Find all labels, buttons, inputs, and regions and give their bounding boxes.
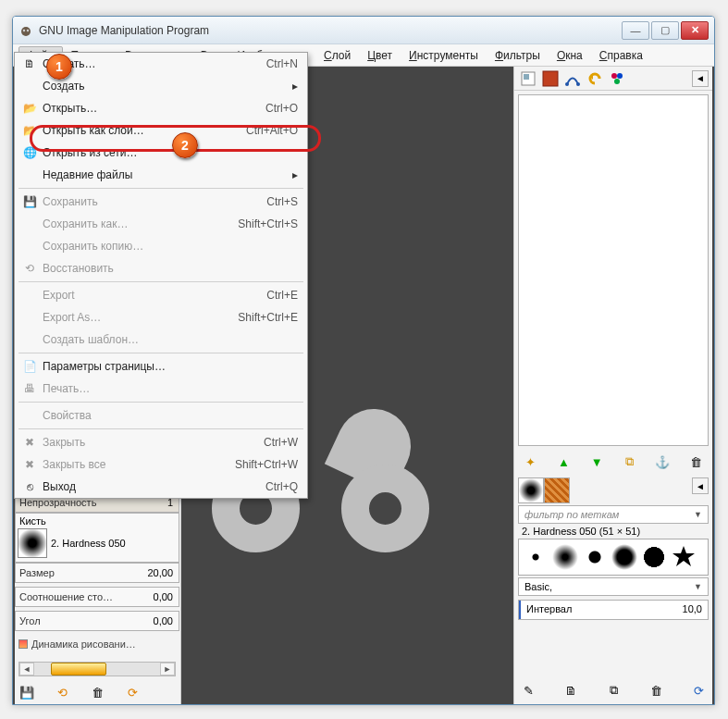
menu-separator [19, 281, 303, 282]
right-dock: ◄ ✦ ▲ ▼ ⧉ ⚓ 🗑 ◄ фильтр по меткам ▼ [513, 67, 712, 704]
brush-item[interactable] [582, 544, 608, 570]
menu-item-recent[interactable]: Недавние файлы ▸ [15, 164, 307, 186]
brush-item[interactable] [611, 544, 637, 570]
menu-separator [19, 428, 303, 429]
angle-label: Угол [16, 615, 134, 626]
svg-point-11 [617, 73, 623, 79]
refresh-brush-icon[interactable]: ⟳ [690, 682, 707, 699]
menu-separator [19, 188, 303, 189]
menu-item-revert[interactable]: ⟲ Восстановить [15, 257, 307, 279]
folder-icon: 📂 [20, 102, 39, 115]
scroll-thumb[interactable] [51, 663, 106, 676]
spacing-label: Интервал [519, 601, 663, 619]
spacing-row[interactable]: Интервал 10,0 [518, 600, 709, 620]
brush-item[interactable] [552, 544, 578, 570]
annotation-callout-2: 2 [172, 132, 200, 160]
del-brush-icon[interactable]: 🗑 [648, 682, 664, 699]
brushes-tab-icon[interactable] [518, 477, 544, 503]
menu-item-properties[interactable]: Свойства [15, 404, 307, 427]
titlebar[interactable]: GNU Image Manipulation Program — ▢ ✕ [13, 17, 714, 44]
menu-item-quit[interactable]: ⎋ Выход Ctrl+Q [15, 476, 307, 498]
exit-icon: ⎋ [20, 480, 39, 493]
svg-point-8 [565, 82, 569, 86]
delete-preset-icon[interactable]: 🗑 [89, 684, 105, 700]
menu-windows[interactable]: Окна [549, 46, 591, 65]
edit-brush-icon[interactable]: ✎ [520, 682, 537, 699]
scroll-left-button[interactable]: ◄ [19, 663, 34, 676]
layers-tab-icon[interactable] [518, 68, 538, 89]
submenu-arrow-icon: ▸ [290, 168, 298, 181]
close-icon: ✖ [20, 458, 39, 471]
brush-grid[interactable] [518, 539, 709, 576]
menu-tools[interactable]: Инструменты [401, 46, 487, 65]
paths-tab-icon[interactable] [562, 68, 583, 89]
menu-filters[interactable]: Фильтры [487, 46, 549, 65]
restore-preset-icon[interactable]: ⟲ [54, 684, 70, 700]
minimize-button[interactable]: — [622, 21, 649, 40]
aspect-value: 0,00 [134, 591, 179, 602]
maximize-button[interactable]: ▢ [651, 21, 679, 40]
channels-tab-icon[interactable] [540, 68, 561, 89]
menu-item-export[interactable]: Export Ctrl+E [15, 284, 307, 306]
brush-filter-placeholder: фильтр по меткам [524, 509, 619, 520]
menu-item-print[interactable]: 🖶 Печать… [15, 378, 307, 400]
layer-anchor-icon[interactable]: ⚓ [654, 453, 671, 470]
window-title: GNU Image Manipulation Program [39, 24, 622, 37]
brush-thumb-icon[interactable] [18, 528, 47, 558]
svg-point-12 [614, 79, 620, 84]
brush-item[interactable] [523, 544, 549, 570]
patterns-tab-icon[interactable] [544, 477, 570, 503]
horizontal-scrollbar[interactable]: ◄ ► [19, 662, 176, 676]
brush-item[interactable] [671, 544, 697, 570]
angle-row[interactable]: Угол 0,00 [15, 611, 179, 631]
brush-picker[interactable]: Кисть 2. Hardness 050 [15, 513, 179, 563]
right-dock-footer: ✎ 🗎 ⧉ 🗑 ⟳ [520, 682, 707, 699]
menu-item-export-as[interactable]: Export As… Shift+Ctrl+E [15, 306, 307, 329]
menu-item-open[interactable]: 📂 Открыть… Ctrl+O [15, 97, 307, 119]
close-button[interactable]: ✕ [681, 21, 709, 40]
layers-footer: ✦ ▲ ▼ ⧉ ⚓ 🗑 [514, 450, 712, 474]
print-icon: 🖶 [20, 382, 39, 395]
annotation-callout-1: 1 [46, 54, 74, 81]
menu-separator [19, 402, 303, 403]
layer-new-icon[interactable]: ✦ [523, 453, 539, 470]
layer-dup-icon[interactable]: ⧉ [622, 453, 638, 470]
menu-help[interactable]: Справка [591, 46, 651, 65]
menu-colors[interactable]: Цвет [359, 46, 401, 65]
layer-up-icon[interactable]: ▲ [555, 453, 572, 470]
brush-preset-select[interactable]: Basic, ▼ [518, 577, 709, 596]
brushes-dock: ◄ фильтр по меткам ▼ 2. Hardness 050 (51… [518, 477, 709, 620]
menu-item-close-all[interactable]: ✖ Закрыть все Shift+Ctrl+W [15, 453, 307, 476]
file-menu-dropdown: 🗎 Создать… Ctrl+N Создать ▸ 📂 Открыть… C… [14, 52, 308, 499]
layers-panel[interactable] [518, 94, 709, 446]
dynamics-label: Динамика рисовани… [31, 638, 136, 650]
svg-rect-6 [524, 74, 529, 80]
menu-item-create-template[interactable]: Создать шаблон… [15, 329, 307, 351]
brush-item[interactable] [641, 544, 667, 570]
layer-down-icon[interactable]: ▼ [588, 453, 605, 470]
save-preset-icon[interactable]: 💾 [19, 684, 35, 700]
submenu-arrow-icon: ▸ [290, 80, 298, 93]
menu-item-save-copy[interactable]: Сохранить копию… [15, 235, 307, 257]
menu-layer[interactable]: Слой [315, 46, 359, 65]
history-tab-icon[interactable] [607, 68, 627, 89]
undo-tab-icon[interactable] [585, 68, 605, 89]
dynamics-row[interactable]: Динамика рисовани… [15, 635, 179, 653]
brush-filter-input[interactable]: фильтр по меткам ▼ [518, 505, 709, 524]
menu-item-page-setup[interactable]: 📄 Параметры страницы… [15, 355, 307, 378]
scroll-right-button[interactable]: ► [160, 663, 175, 676]
aspect-row[interactable]: Соотношение сто… 0,00 [15, 587, 179, 607]
brush-tab-menu-button[interactable]: ◄ [692, 477, 709, 494]
menu-item-save[interactable]: 💾 Сохранить Ctrl+S [15, 191, 307, 213]
chevron-down-icon: ▼ [694, 510, 702, 519]
dynamics-swatch-icon [19, 639, 28, 649]
new-brush-icon[interactable]: 🗎 [562, 682, 579, 699]
reset-preset-icon[interactable]: ⟳ [124, 684, 141, 700]
aspect-label: Соотношение сто… [16, 591, 134, 602]
size-row[interactable]: Размер 20,00 [15, 563, 179, 583]
dup-brush-icon[interactable]: ⧉ [605, 682, 622, 699]
menu-item-save-as[interactable]: Сохранить как… Shift+Ctrl+S [15, 213, 307, 235]
layer-delete-icon[interactable]: 🗑 [687, 453, 704, 470]
menu-item-close[interactable]: ✖ Закрыть Ctrl+W [15, 431, 307, 453]
tab-menu-button[interactable]: ◄ [692, 70, 709, 87]
